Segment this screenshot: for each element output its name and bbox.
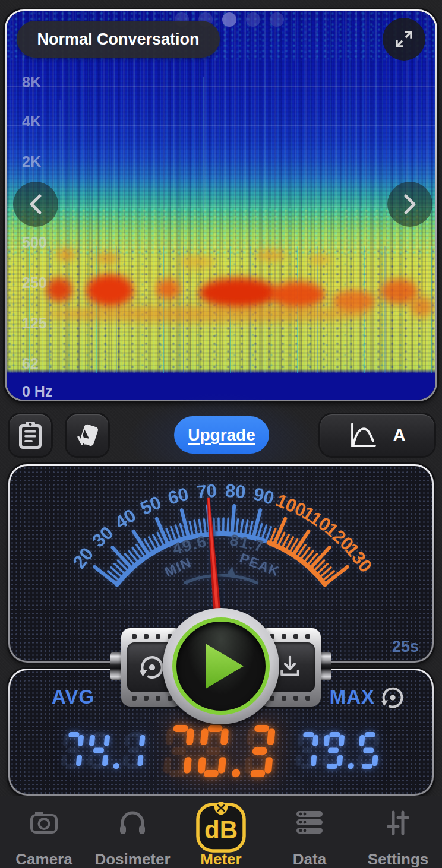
svg-text:90: 90: [251, 483, 276, 508]
min-peak-labels: MINPEAK49.681.7: [162, 531, 282, 579]
preset-label: Normal Conversation: [37, 30, 199, 49]
gridline: [7, 327, 435, 328]
clipboard-icon: [17, 420, 43, 450]
sliders-icon: [384, 810, 412, 836]
decibel-meter-app: 8K4K2K500250125620 Hz Normal Conversatio…: [0, 0, 442, 868]
tab-bar: Camera Dosimeter dB Meter: [0, 796, 442, 868]
db-meter-logo-icon: dB: [194, 800, 248, 855]
energy-blob: [199, 278, 277, 308]
energy-blob: [255, 249, 286, 261]
tab-label: Settings: [368, 850, 429, 868]
gridline: [7, 368, 435, 368]
preset-pill[interactable]: Normal Conversation: [17, 21, 220, 58]
energy-blob: [56, 248, 75, 261]
upgrade-button[interactable]: Upgrade: [174, 416, 269, 454]
tab-meter[interactable]: dB Meter: [177, 796, 265, 868]
headphones-icon: [118, 810, 147, 836]
freq-label: 62: [22, 355, 39, 372]
elapsed-time: 25s: [392, 638, 419, 656]
spectrogram-streak: [59, 100, 61, 195]
freq-label: 0 Hz: [22, 383, 52, 400]
svg-text:dB: dB: [204, 816, 238, 844]
tab-label: Data: [293, 850, 326, 868]
gridline: [7, 86, 435, 87]
energy-blob: [178, 255, 215, 268]
transport-cluster: [110, 622, 332, 726]
peak-marker: [226, 566, 236, 578]
weighting-button[interactable]: A: [320, 414, 434, 456]
fullscreen-button[interactable]: [383, 18, 425, 61]
gridline: [7, 125, 435, 126]
reset-icon: [380, 685, 406, 711]
max-display: [295, 731, 384, 772]
next-page-button[interactable]: [387, 182, 432, 227]
flashcards-icon: [72, 420, 102, 450]
page-dot: [246, 12, 260, 27]
play-icon: [185, 631, 257, 702]
energy-blob: [86, 274, 134, 306]
weighting-value: A: [393, 425, 406, 445]
chevron-right-icon: [401, 192, 419, 216]
tab-camera[interactable]: Camera: [0, 796, 88, 868]
gridline: [7, 206, 435, 207]
tab-settings[interactable]: Settings: [354, 796, 442, 868]
svg-text:50: 50: [137, 492, 165, 519]
gridline: [7, 246, 435, 247]
energy-blob: [95, 252, 120, 264]
freq-label: 125: [22, 315, 47, 332]
energy-blob: [270, 281, 325, 308]
energy-blob: [42, 306, 374, 322]
max-reset-button[interactable]: [380, 685, 406, 713]
tab-label: Camera: [15, 850, 72, 868]
flashcards-button[interactable]: [67, 414, 108, 456]
svg-text:81.7: 81.7: [228, 531, 266, 556]
gridline: [7, 166, 435, 166]
data-list-icon: [295, 810, 324, 835]
svg-text:80: 80: [225, 480, 247, 503]
svg-text:60: 60: [166, 483, 191, 508]
avg-display: [60, 731, 150, 772]
freq-label: 8K: [22, 74, 41, 91]
reset-icon: [138, 653, 166, 682]
energy-blob: [410, 297, 434, 317]
energy-blob: [309, 254, 332, 265]
freq-label: 4K: [22, 113, 41, 130]
svg-text:70: 70: [195, 480, 217, 503]
energy-blob: [46, 278, 72, 302]
energy-blob: [156, 279, 181, 299]
play-button[interactable]: [163, 608, 279, 724]
expand-icon: [394, 29, 414, 49]
page-dot: [270, 12, 284, 27]
tab-data[interactable]: Data: [266, 796, 353, 868]
freq-label: 500: [22, 234, 47, 251]
svg-text:40: 40: [111, 505, 140, 533]
max-label: MAX: [330, 686, 375, 708]
freq-label: 250: [22, 274, 47, 292]
play-button-core: [172, 617, 270, 715]
chevron-left-icon: [27, 192, 45, 216]
save-icon: [276, 654, 304, 681]
current-db-display: [163, 724, 279, 781]
tab-label: Meter: [200, 850, 241, 868]
response-curve-icon: [349, 422, 380, 449]
tab-label: Dosimeter: [94, 850, 170, 868]
spectrogram-panel: 8K4K2K500250125620 Hz Normal Conversatio…: [5, 9, 437, 401]
report-button[interactable]: [10, 414, 51, 456]
svg-text:MIN: MIN: [162, 555, 194, 579]
min-peak-arc: [185, 575, 257, 583]
page-dot-active: [222, 12, 236, 27]
freq-label: 2K: [22, 153, 41, 170]
spectrogram-image[interactable]: 8K4K2K500250125620 Hz: [7, 11, 435, 400]
upgrade-label: Upgrade: [188, 426, 255, 445]
camera-icon: [29, 810, 59, 835]
svg-text:49.6: 49.6: [171, 532, 209, 558]
tab-dosimeter[interactable]: Dosimeter: [89, 796, 176, 868]
gridline: [7, 287, 435, 287]
avg-label: AVG: [52, 686, 94, 708]
prev-page-button[interactable]: [13, 182, 58, 227]
spectrogram-streak: [203, 77, 204, 213]
